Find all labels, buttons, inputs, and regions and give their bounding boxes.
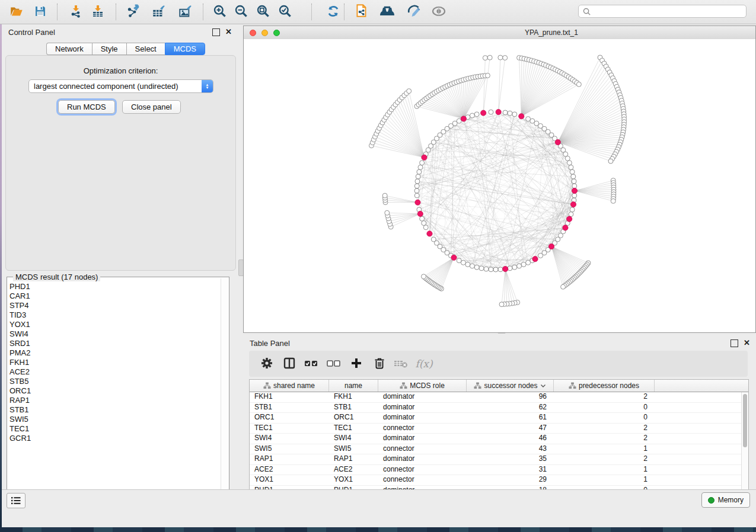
delete-column-button[interactable] [371,355,388,372]
mcds-result-item[interactable]: PHD1 [9,282,219,291]
mcds-result-scrollbar[interactable] [221,278,228,491]
task-history-button[interactable] [7,493,25,508]
search-box[interactable] [578,5,747,18]
column-header-successor-nodes[interactable]: successor nodes [467,380,554,392]
delete-table-icon [393,356,409,372]
control-panel-float-icon[interactable] [212,28,220,36]
mcds-result-item[interactable]: CAR1 [9,291,219,301]
network-file-button[interactable] [352,2,371,22]
mcds-result-item[interactable]: SRD1 [9,339,219,348]
zoom-fit-button[interactable] [254,2,273,22]
column-selector-button[interactable] [280,355,298,372]
column-type-icon [474,382,481,389]
memory-label: Memory [718,496,744,504]
export-network-button[interactable] [125,2,143,22]
mcds-result-item[interactable]: RAP1 [9,396,219,405]
maximize-traffic-icon[interactable] [273,30,280,36]
cell-MCDS-role: dominator [378,413,467,423]
column-header-label: predecessor nodes [579,382,639,390]
export-table-button[interactable] [149,2,168,22]
cell-shared-name: ORC1 [250,413,329,423]
mcds-result-item[interactable]: FKH1 [9,358,219,367]
table-row[interactable]: ACE2ACE2connector311 [250,465,742,476]
table-panel-titlebar: Table Panel ✕ [243,335,756,351]
search-binoculars-button[interactable] [378,2,397,22]
desktop: Control Panel ✕ NetworkStyleSelectMCDS O… [0,0,756,532]
table-settings-button[interactable] [258,355,276,372]
cell-successor-nodes: 47 [467,424,554,434]
table-panel-float-icon[interactable] [731,339,738,347]
mcds-result-item[interactable]: STB5 [9,377,219,386]
tab-mcds[interactable]: MCDS [165,43,205,55]
table-row[interactable]: ORC1ORC1dominator610 [250,413,742,424]
deselect-all-button[interactable] [325,355,343,372]
column-header-name[interactable]: name [329,380,378,392]
column-header-label: name [344,382,362,390]
table-row[interactable]: SWI5SWI5connector431 [250,444,742,455]
close-traffic-icon[interactable] [250,30,256,36]
control-panel-close-icon[interactable]: ✕ [225,28,232,35]
table-toolbar: f(x) [249,351,748,377]
control-panel: Control Panel ✕ NetworkStyleSelectMCDS O… [2,24,239,506]
table-scrollbar-thumb[interactable] [743,394,747,447]
cell-name: TEC1 [329,424,378,434]
table-row[interactable]: SWI4SWI4dominator462 [250,434,742,444]
table-row[interactable]: TEC1TEC1connector472 [250,424,742,434]
mcds-result-item[interactable]: SWI5 [9,415,219,424]
select-all-button[interactable] [302,355,320,372]
table-row[interactable]: RAP1RAP1dominator352 [250,454,742,465]
column-header-predecessor-nodes[interactable]: predecessor nodes [554,380,655,392]
memory-button[interactable]: Memory [701,492,750,508]
mcds-result-item[interactable]: STB1 [9,405,219,415]
tab-style[interactable]: Style [92,43,126,55]
mcds-result-item[interactable]: TID3 [9,310,219,320]
save-session-button[interactable] [31,2,50,22]
optimization-criterion-select[interactable]: largest connected component (undirected)… [28,79,213,93]
network-graph[interactable] [244,39,755,332]
mcds-result-item[interactable]: YOX1 [9,320,219,329]
cytoscape-window: Control Panel ✕ NetworkStyleSelectMCDS O… [2,0,756,527]
network-window-title: YPA_prune.txt_1 [525,28,578,37]
select-stepper-icon: ▲▼ [202,80,213,92]
tab-network[interactable]: Network [46,43,92,55]
cell-successor-nodes: 46 [467,434,554,444]
mcds-result-item[interactable]: STP4 [9,301,219,310]
close-panel-button[interactable]: Close panel [122,100,181,114]
mcds-result-list[interactable]: PHD1CAR1STP4TID3YOX1SWI4SRD1PMA2FKH1ACE2… [9,282,219,490]
cell-shared-name: SWI5 [250,444,329,454]
import-table-button[interactable] [88,2,107,22]
column-header-MCDS-role[interactable]: MCDS role [378,380,467,392]
cell-name: FKH1 [329,392,378,402]
import-table-icon [91,4,105,20]
refresh-layout-button[interactable] [324,2,343,22]
toggle-details-button[interactable] [429,2,448,22]
table-row[interactable]: FKH1FKH1dominator962 [250,392,742,403]
search-input[interactable] [591,7,746,16]
mcds-result-item[interactable]: ORC1 [9,386,219,396]
table-row[interactable]: STB1STB1dominator620 [250,403,742,414]
import-network-button[interactable] [66,2,85,22]
column-header-shared-name[interactable]: shared name [250,380,329,392]
export-image-button[interactable] [176,2,195,22]
select-all-icon [304,356,319,372]
vizmapper-button[interactable] [404,2,423,22]
table-panel-close-icon[interactable]: ✕ [744,339,750,346]
minimize-traffic-icon[interactable] [261,30,268,36]
mcds-result-item[interactable]: SWI4 [9,329,219,339]
mcds-result-item[interactable]: GCR1 [9,434,219,443]
tab-select[interactable]: Select [126,43,165,55]
mcds-result-item[interactable]: PMA2 [9,348,219,358]
zoom-out-button[interactable] [232,2,251,22]
mcds-result-item[interactable]: TEC1 [9,424,219,434]
network-canvas[interactable] [244,39,755,332]
zoom-in-button[interactable] [210,2,229,22]
cell-name: SWI4 [329,434,378,444]
zoom-selected-button[interactable] [276,2,295,22]
open-session-button[interactable] [7,2,26,22]
run-mcds-button[interactable]: Run MCDS [58,100,115,114]
table-row[interactable]: YOX1YOX1connector291 [250,475,742,486]
add-column-button[interactable] [347,355,365,372]
table-scrollbar[interactable] [741,392,748,491]
cell-MCDS-role: dominator [378,392,467,402]
mcds-result-item[interactable]: ACE2 [9,367,219,377]
